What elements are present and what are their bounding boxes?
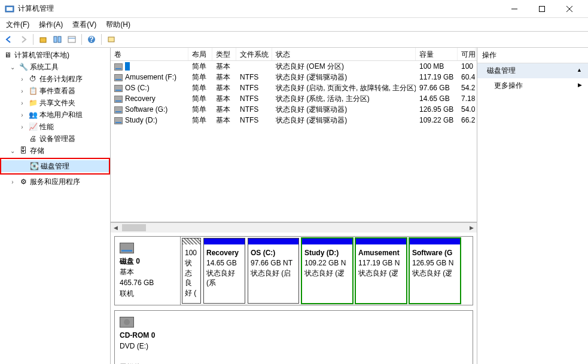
tree-users[interactable]: ›👥本地用户和组 [0,109,110,121]
refresh-button[interactable] [105,33,118,46]
partition-f[interactable]: Amusement117.19 GB N状态良好 (逻 [355,238,407,304]
cdrom-info[interactable]: CD-ROM 0 DVD (E:) 无媒体 [115,311,181,364]
volume-name: OS (C:) [125,84,150,92]
expand-icon[interactable]: › [18,112,26,118]
properties-button[interactable] [65,33,78,46]
svg-rect-1 [7,7,13,11]
cdrom-row[interactable]: CD-ROM 0 DVD (E:) 无媒体 [114,310,473,364]
scroll-thumb[interactable] [122,224,146,231]
volume-icon [114,96,123,103]
back-button[interactable] [2,33,16,46]
expand-icon[interactable]: › [18,124,26,130]
close-button[interactable] [556,0,583,18]
col-fs[interactable]: 文件系统 [236,48,272,60]
device-icon: 🖨 [28,134,38,143]
scrollbar[interactable]: ◀▶ [111,222,477,233]
tree-shared[interactable]: ›📁共享文件夹 [0,97,110,109]
menu-help[interactable]: 帮助(H) [102,19,134,31]
menu-view[interactable]: 查看(V) [69,19,100,31]
action-diskmgmt[interactable]: 磁盘管理▲ [477,63,588,78]
menubar: 文件(F) 操作(A) 查看(V) 帮助(H) [0,18,588,31]
menu-action[interactable]: 操作(A) [35,19,66,31]
separator [81,34,82,45]
window-title: 计算机管理 [18,4,501,14]
volume-icon [114,74,123,81]
scroll-right[interactable]: ▶ [467,223,477,233]
help-button[interactable]: ? [85,33,98,46]
disk-title: 磁盘 0 [120,257,140,265]
clock-icon: ⏱ [28,74,38,84]
tree-root[interactable]: 🖥计算机管理(本地) [0,49,110,61]
col-free[interactable]: 可用 [458,48,476,60]
disk-type: 基本 [120,268,134,276]
tree-perf[interactable]: ›📈性能 [0,121,110,133]
collapse-icon[interactable]: ⌄ [8,148,17,154]
volume-name: Study (D:) [125,116,157,124]
forward-button[interactable] [17,33,30,46]
volume-row[interactable]: Amusement (F:)简单基本NTFS状态良好 (逻辑驱动器)117.19… [111,72,477,82]
nav-tree[interactable]: 🖥计算机管理(本地) ⌄🔧系统工具 ›⏱任务计划程序 ›📋事件查看器 ›📁共享文… [0,48,111,364]
partition-recovery[interactable]: Recovery14.65 GB状态良好 (系 [203,238,245,304]
volume-list[interactable]: 简单基本状态良好 (OEM 分区)100 MB100 Amusement (F:… [111,61,477,222]
disk-icon [120,243,134,253]
tree-scheduler[interactable]: ›⏱任务计划程序 [0,73,110,85]
expand-icon[interactable]: › [18,88,26,94]
titlebar: 计算机管理 [0,0,588,18]
volume-row[interactable]: Recovery简单基本NTFS状态良好 (系统, 活动, 主分区)14.65 … [111,93,477,104]
expand-icon[interactable]: › [8,179,17,185]
up-button[interactable] [36,33,50,46]
col-capacity[interactable]: 容量 [416,48,458,60]
minimize-button[interactable] [501,0,528,18]
tree-services[interactable]: ›⚙服务和应用程序 [0,176,110,188]
disk-0-info[interactable]: 磁盘 0 基本 465.76 GB 联机 [115,237,181,305]
volume-row[interactable]: Study (D:)简单基本NTFS状态良好 (逻辑驱动器)109.22 GB6… [111,115,477,126]
tree-diskmgmt[interactable]: 💽磁盘管理 [1,160,109,172]
menu-file[interactable]: 文件(F) [2,19,33,31]
partition-c[interactable]: OS (C:)97.66 GB NT状态良好 (启 [248,238,299,304]
col-status[interactable]: 状态 [272,48,416,60]
volume-icon [114,117,123,124]
show-hide-button[interactable] [51,33,64,46]
expand-icon[interactable]: › [18,76,26,82]
volume-row[interactable]: Software (G:)简单基本NTFS状态良好 (逻辑驱动器)126.95 … [111,104,477,115]
action-more[interactable]: 更多操作▶ [477,78,588,93]
col-layout[interactable]: 布局 [188,48,212,60]
collapse-icon[interactable]: ⌄ [8,64,17,71]
svg-rect-9 [68,36,75,42]
tree-label: 服务和应用程序 [30,177,80,187]
tree-eventviewer[interactable]: ›📋事件查看器 [0,85,110,97]
storage-icon: 🗄 [19,146,28,155]
expand-icon[interactable]: › [18,100,26,106]
volume-row[interactable]: 简单基本状态良好 (OEM 分区)100 MB100 [111,61,477,72]
col-volume[interactable]: 卷 [111,48,188,60]
toolbar: ? [0,31,588,48]
col-type[interactable]: 类型 [212,48,236,60]
scroll-left[interactable]: ◀ [111,223,121,233]
partition-d[interactable]: Study (D:)109.22 GB N状态良好 (逻 [301,238,353,304]
folder-icon: 📁 [28,98,38,108]
content-pane: 卷 布局 类型 文件系统 状态 容量 可用 简单基本状态良好 (OEM 分区)1… [111,48,477,364]
disk-0-row[interactable]: 磁盘 0 基本 465.76 GB 联机 100状态良好 ( Recovery1… [114,236,473,305]
volume-row[interactable]: OS (C:)简单基本NTFS状态良好 (启动, 页面文件, 故障转储, 主分区… [111,82,477,93]
volume-name: Recovery [125,94,156,103]
partition-oem[interactable]: 100状态良好 ( [182,238,201,304]
tree-label: 本地用户和组 [39,110,83,120]
tools-icon: 🔧 [19,62,28,72]
svg-rect-6 [40,38,46,42]
svg-rect-8 [58,36,61,42]
partition-g[interactable]: Software (G126.95 GB N状态良好 (逻 [409,238,461,304]
tree-label: 磁盘管理 [41,161,69,172]
disk-graphical-view[interactable]: 磁盘 0 基本 465.76 GB 联机 100状态良好 ( Recovery1… [111,233,477,364]
volume-icon [114,85,123,92]
tree-storage[interactable]: ⌄🗄存储 [0,145,110,157]
maximize-button[interactable] [528,0,556,18]
tree-devmgr[interactable]: 🖨设备管理器 [0,133,110,145]
services-icon: ⚙ [19,177,28,186]
event-icon: 📋 [28,86,38,96]
collapse-icon: ▲ [577,67,582,73]
volume-name [125,62,130,71]
tree-systools[interactable]: ⌄🔧系统工具 [0,61,110,73]
users-icon: 👥 [28,110,38,120]
disk-size: 465.76 GB [120,279,154,287]
svg-rect-7 [54,36,57,42]
